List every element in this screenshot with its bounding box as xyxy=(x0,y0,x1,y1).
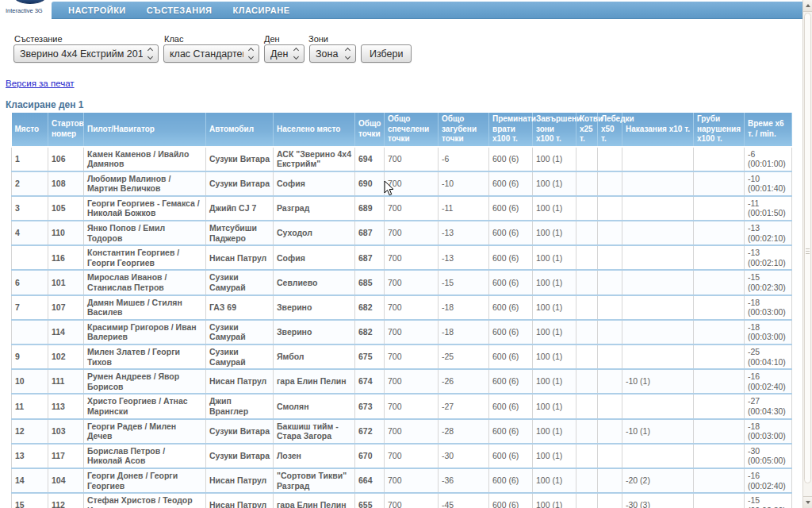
cell-won: 700 xyxy=(385,419,439,444)
cell-start_no: 104 xyxy=(48,468,84,493)
cell-violations xyxy=(694,221,745,245)
cell-total: 687 xyxy=(355,221,385,245)
cell-crew: Камен Каменов / Ивайло Дамянов xyxy=(84,147,206,171)
cell-car: Сузики Самурай xyxy=(206,270,274,294)
scrollbar-up-button[interactable] xyxy=(803,0,812,12)
table-row: 15112Стефан Христов / Теодор ИлиевНисан … xyxy=(12,493,792,508)
cell-car: Сузуки Витара xyxy=(206,444,274,468)
nav-tab-settings[interactable]: НАСТРОЙКИ xyxy=(58,2,136,19)
cell-gates: 600 (6) xyxy=(489,320,533,344)
cell-anchors xyxy=(576,344,598,369)
arrow-up-icon xyxy=(806,4,810,7)
cell-start_no: 101 xyxy=(48,270,84,294)
scrollbar-down-button[interactable] xyxy=(803,496,812,508)
cell-zones: 100 (1) xyxy=(533,270,576,294)
cell-total: 675 xyxy=(355,344,385,369)
cell-total: 673 xyxy=(355,394,385,418)
nav-tab-ranking[interactable]: КЛАСИРАНЕ xyxy=(222,2,300,19)
table-row: 14104Георги Донев / Георги ГеоргиевНисан… xyxy=(12,468,792,493)
cell-place: 9 xyxy=(12,344,48,369)
cell-gates: 600 (6) xyxy=(489,468,533,493)
column-header-town: Населено място xyxy=(274,113,355,147)
cell-lost: -13 xyxy=(439,221,489,245)
cell-won: 700 xyxy=(385,270,439,294)
cell-crew: Стефан Христов / Теодор Илиев xyxy=(84,493,206,508)
cell-zones: 100 (1) xyxy=(533,394,576,418)
select-button[interactable]: Избери xyxy=(361,44,412,63)
cell-penalties xyxy=(622,394,694,418)
cell-time: -15(00:02:30) xyxy=(745,270,792,294)
column-header-violations: Груби нарушения x100 т. xyxy=(694,113,745,147)
cell-lost: -18 xyxy=(439,295,489,320)
cell-penalties xyxy=(622,196,694,221)
cell-lost: -15 xyxy=(439,270,489,294)
cell-crew: Милен Златев / Георги Тихов xyxy=(84,344,206,369)
cell-violations xyxy=(694,394,745,418)
table-row: 7107Дамян Мишев / Стилян ВасилевГАЗ 69Зв… xyxy=(12,295,792,320)
cell-winches xyxy=(598,369,622,394)
scrollbar-thumb[interactable] xyxy=(804,13,811,483)
cell-lost: -25 xyxy=(439,344,489,369)
cell-zones: 100 (1) xyxy=(533,369,576,394)
cell-town: гара Елин Пелин xyxy=(274,369,355,394)
cell-winches xyxy=(598,196,622,221)
cell-penalties xyxy=(622,320,694,344)
competition-select[interactable]: Зверино 4x4 Екстрийм 2015 xyxy=(13,44,159,63)
cell-lost: -26 xyxy=(439,369,489,394)
vertical-scrollbar[interactable] xyxy=(802,0,812,508)
cell-penalties: -30 (3) xyxy=(622,493,694,508)
cell-total: 674 xyxy=(355,369,385,394)
cell-violations xyxy=(694,270,745,294)
cell-start_no: 112 xyxy=(48,493,84,508)
column-header-anchors: Котви x25 т. xyxy=(576,113,598,147)
cell-won: 700 xyxy=(385,196,439,221)
cell-lost: -11 xyxy=(439,196,489,221)
table-row: 1106Камен Каменов / Ивайло ДамяновСузуки… xyxy=(12,147,792,171)
cell-anchors xyxy=(576,171,598,196)
cell-penalties: -20 (2) xyxy=(622,468,694,493)
column-header-place: Място xyxy=(12,113,48,147)
cell-time: -30(00:05:00) xyxy=(745,444,792,468)
cell-start_no: 111 xyxy=(48,369,84,394)
cell-time: -13(00:02:10) xyxy=(745,245,792,270)
cell-place: 11 xyxy=(12,394,48,418)
print-version-link[interactable]: Версия за печат xyxy=(6,79,75,88)
cell-anchors xyxy=(576,245,598,270)
cell-place: 4 xyxy=(12,221,48,245)
cell-violations xyxy=(694,493,745,508)
cell-gates: 600 (6) xyxy=(489,270,533,294)
cell-winches xyxy=(598,147,622,171)
cell-start_no: 113 xyxy=(48,394,84,418)
stepper-icon xyxy=(249,48,253,59)
cell-total: 670 xyxy=(355,444,385,468)
cell-anchors xyxy=(576,468,598,493)
class-select[interactable]: клас Стандартен xyxy=(163,44,259,63)
cell-anchors xyxy=(576,320,598,344)
cell-won: 700 xyxy=(385,245,439,270)
cell-time: -18(00:03:00) xyxy=(745,320,792,344)
cell-time: -27(00:04:30) xyxy=(745,394,792,418)
cell-gates: 600 (6) xyxy=(489,245,533,270)
cell-winches xyxy=(598,221,622,245)
cell-place: 10 xyxy=(12,369,48,394)
cell-total: 682 xyxy=(355,320,385,344)
ranking-table: МястоСтартов номерПилот/НавигаторАвтомоб… xyxy=(11,113,792,508)
day-select[interactable]: Ден 1 xyxy=(264,44,304,63)
cell-winches xyxy=(598,245,622,270)
cell-car: Сузики Самурай xyxy=(206,344,274,369)
table-row: 114Красимир Григоров / Иван ВалериевСузи… xyxy=(12,320,792,344)
cell-gates: 600 (6) xyxy=(489,369,533,394)
cell-time: -11(00:01:50) xyxy=(745,196,792,221)
table-row: 9102Милен Златев / Георги ТиховСузики Са… xyxy=(12,344,792,369)
cell-place: 15 xyxy=(12,493,48,508)
cell-crew: Константин Георгиев / Георги Георгиев xyxy=(84,245,206,270)
cell-violations xyxy=(694,369,745,394)
zone-select[interactable]: Зона 1 xyxy=(309,44,356,63)
scrollbar-grip-icon xyxy=(806,248,810,256)
nav-tab-competitions[interactable]: СЪСТЕЗАНИЯ xyxy=(136,2,223,19)
cell-zones: 100 (1) xyxy=(533,419,576,444)
cell-start_no: 117 xyxy=(48,444,84,468)
column-header-time: Време x6 т. / min. xyxy=(745,113,792,147)
cell-time: -10(00:01:40) xyxy=(745,171,792,196)
cell-town: София xyxy=(274,171,355,196)
